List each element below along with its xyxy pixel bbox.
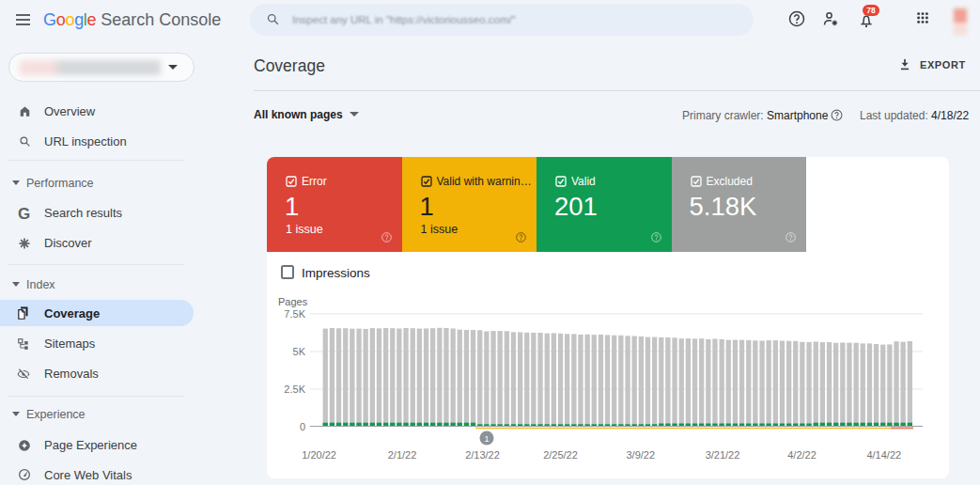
svg-text:1/20/22: 1/20/22	[302, 449, 336, 461]
svg-text:3/21/22: 3/21/22	[706, 449, 740, 461]
svg-text:2.5K: 2.5K	[284, 383, 305, 395]
svg-text:Pages: Pages	[278, 296, 308, 307]
svg-text:2/25/22: 2/25/22	[543, 449, 578, 461]
svg-text:3/9/22: 3/9/22	[627, 449, 656, 461]
svg-text:4/14/22: 4/14/22	[866, 449, 901, 461]
svg-text:2/13/22: 2/13/22	[465, 449, 500, 461]
svg-text:5K: 5K	[293, 346, 306, 357]
svg-text:4/2/22: 4/2/22	[787, 449, 817, 461]
svg-text:0: 0	[300, 421, 305, 432]
svg-text:2/1/22: 2/1/22	[388, 449, 417, 461]
svg-text:7.5K: 7.5K	[284, 308, 305, 320]
svg-text:1: 1	[484, 434, 489, 444]
